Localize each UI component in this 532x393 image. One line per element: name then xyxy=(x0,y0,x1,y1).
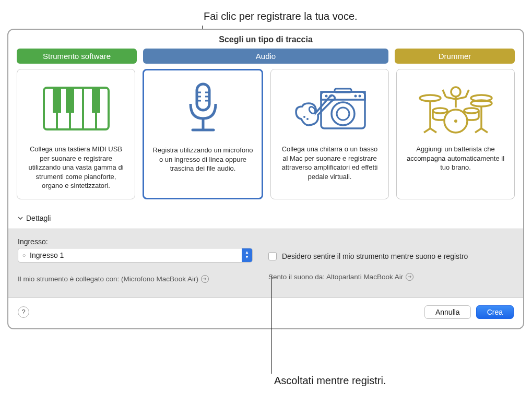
svg-point-47 xyxy=(454,120,457,123)
svg-line-37 xyxy=(424,128,430,133)
svg-point-44 xyxy=(433,108,447,113)
drums-icon xyxy=(417,80,495,137)
card-guitar-desc: Collega una chitarra o un basso al Mac p… xyxy=(278,145,381,181)
details-panel: Ingresso: ○ Ingresso 1 ▲▼ Il mio strumen… xyxy=(8,229,523,298)
svg-rect-21 xyxy=(335,89,351,92)
hear-from-text: Sento il suono da: Altoparlanti MacBook … xyxy=(268,273,403,281)
svg-rect-5 xyxy=(53,88,61,113)
svg-point-25 xyxy=(358,95,361,98)
card-drummer[interactable]: Aggiungi un batterista che accompagna au… xyxy=(396,69,515,199)
svg-line-38 xyxy=(430,128,436,133)
svg-point-45 xyxy=(464,108,479,113)
svg-line-32 xyxy=(443,90,446,97)
card-audio-guitar[interactable]: Collega una chitarra o un basso al Mac p… xyxy=(270,69,389,199)
connected-text: Il mio strumento è collegato con: (Micro… xyxy=(18,275,198,283)
callout-top-text: Fai clic per registrare la tua voce. xyxy=(204,10,358,22)
svg-rect-6 xyxy=(66,88,74,113)
track-type-window: Scegli un tipo di traccia Strumento soft… xyxy=(7,29,524,329)
cards-row: Collega una tastiera MIDI USB per suonar… xyxy=(8,69,523,211)
card-software-desc: Collega una tastiera MIDI USB per suonar… xyxy=(25,145,127,190)
details-left-column: Ingresso: ○ Ingresso 1 ▲▼ Il mio strumen… xyxy=(18,237,253,283)
svg-point-20 xyxy=(337,108,349,120)
create-button[interactable]: Crea xyxy=(476,305,514,319)
svg-point-28 xyxy=(306,118,309,120)
footer-row: ? Annulla Crea xyxy=(8,298,523,328)
chevron-down-icon xyxy=(18,214,23,222)
svg-point-24 xyxy=(354,95,357,98)
tab-row: Strumento software Audio Drummer xyxy=(8,49,523,69)
instrument-connected-link[interactable]: Il mio strumento è collegato con: (Micro… xyxy=(18,275,253,283)
updown-arrows-icon: ▲▼ xyxy=(242,248,252,262)
svg-line-43 xyxy=(481,128,488,133)
callout-bottom-line xyxy=(271,276,272,374)
hear-from-link[interactable]: Sento il suono da: Altoparlanti MacBook … xyxy=(268,273,514,281)
svg-line-33 xyxy=(456,97,466,99)
details-right-column: Desidero sentire il mio strumento mentre… xyxy=(268,237,514,283)
input-label: Ingresso: xyxy=(18,237,253,246)
svg-point-22 xyxy=(325,95,327,98)
guitar-amp-icon xyxy=(291,80,369,137)
input-value: Ingresso 1 xyxy=(30,251,242,259)
card-mic-desc: Registra utilizzando un microfono o un i… xyxy=(151,146,254,173)
tab-software-instrument[interactable]: Strumento software xyxy=(17,49,137,64)
svg-point-35 xyxy=(420,95,441,101)
arrow-right-circle-icon: ➔ xyxy=(201,275,209,283)
card-software-instrument[interactable]: Collega una tastiera MIDI USB per suonar… xyxy=(17,69,135,199)
card-drums-desc: Aggiungi un batterista che accompagna au… xyxy=(404,145,507,172)
svg-line-42 xyxy=(475,128,481,133)
tab-audio[interactable]: Audio xyxy=(143,49,388,64)
svg-point-19 xyxy=(332,102,354,125)
keyboard-icon xyxy=(37,80,115,137)
svg-rect-7 xyxy=(92,88,100,113)
input-select[interactable]: ○ Ingresso 1 ▲▼ xyxy=(18,248,253,263)
monitor-checkbox[interactable] xyxy=(268,252,277,260)
card-audio-mic[interactable]: Registra utilizzando un microfono o un i… xyxy=(143,69,263,199)
arrow-right-circle-icon: ➔ xyxy=(406,273,413,281)
callout-bottom-text: Ascoltati mentre registri. xyxy=(274,375,386,387)
svg-line-31 xyxy=(446,97,456,99)
details-disclosure[interactable]: Dettagli xyxy=(8,211,523,229)
input-circle-icon: ○ xyxy=(18,252,30,258)
cancel-button[interactable]: Annulla xyxy=(424,305,471,319)
svg-rect-17 xyxy=(321,92,365,128)
svg-line-34 xyxy=(466,90,469,97)
microphone-icon xyxy=(164,81,242,138)
monitor-checkbox-row[interactable]: Desidero sentire il mio strumento mentre… xyxy=(268,252,514,260)
svg-point-27 xyxy=(303,116,305,118)
window-title: Scegli un tipo di traccia xyxy=(8,30,523,49)
svg-point-29 xyxy=(451,87,460,97)
details-label: Dettagli xyxy=(26,214,51,222)
tab-drummer[interactable]: Drummer xyxy=(395,49,515,64)
help-button[interactable]: ? xyxy=(18,306,29,318)
monitor-label: Desidero sentire il mio strumento mentre… xyxy=(282,252,468,260)
